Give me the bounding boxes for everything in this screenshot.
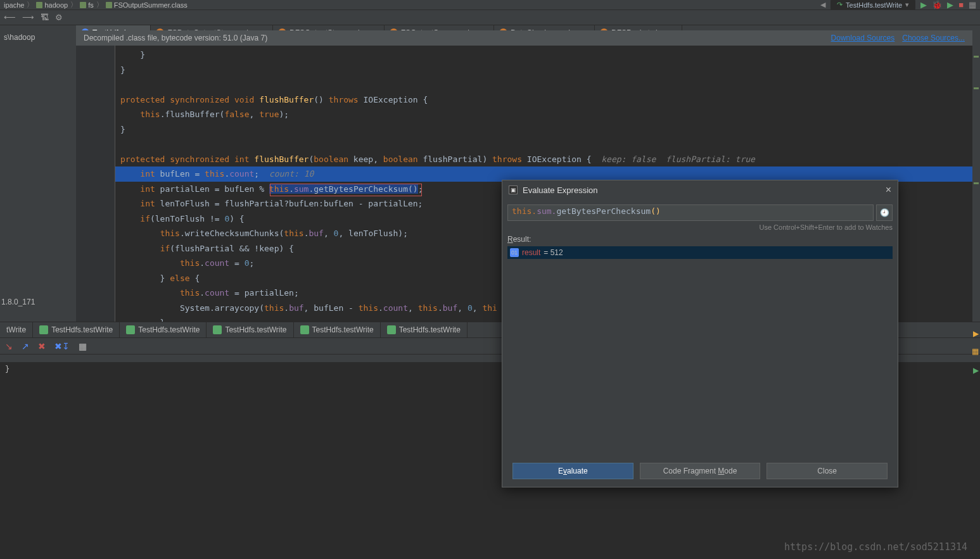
- result-label: Result:: [507, 235, 893, 244]
- crumb[interactable]: ipache: [4, 1, 24, 9]
- eval-expr-icon[interactable]: ▦: [79, 341, 87, 351]
- watermark: https://blog.csdn.net/sod5211314: [784, 541, 967, 553]
- chevron-right-icon: 〉: [70, 0, 77, 9]
- chevron-right-icon: 〉: [27, 0, 34, 9]
- step-over-icon[interactable]: ↘: [5, 341, 13, 351]
- show-options-icon[interactable]: ⚙: [55, 13, 63, 22]
- folder-icon: [36, 2, 42, 8]
- evaluate-button[interactable]: Evaluate: [512, 463, 633, 479]
- history-icon: 🕘: [880, 208, 889, 217]
- run-tab-icon: [387, 325, 396, 334]
- run-tab-label: TestHdfs.testWrite: [312, 325, 374, 334]
- run-tab[interactable]: TestHdfs.testWrite: [294, 322, 381, 337]
- close-button[interactable]: Close: [767, 463, 888, 479]
- expr-field: sum.: [537, 206, 556, 216]
- evaluate-expression-popup: ▣ Evaluate Expression × this.sum.getByte…: [502, 180, 898, 487]
- chevron-right-icon: 〉: [96, 0, 103, 9]
- chevron-down-icon: ▾: [905, 1, 909, 9]
- expr-par: (): [651, 206, 661, 216]
- debug-button[interactable]: 🐞: [932, 0, 942, 9]
- run-tab[interactable]: TestHdfs.testWrite: [33, 322, 120, 337]
- popup-title: Evaluate Expression: [523, 185, 598, 195]
- forward-icon[interactable]: ⟶: [22, 13, 34, 22]
- sidebar-path[interactable]: s\hadoop: [4, 33, 72, 42]
- download-sources-link[interactable]: Download Sources: [831, 34, 895, 42]
- inline-hint-count: count: 10: [269, 169, 314, 179]
- banner-text: Decompiled .class file, bytecode version…: [84, 34, 267, 42]
- gutter[interactable]: [76, 46, 115, 330]
- result-name: result: [522, 248, 540, 257]
- run-tab-label: TestHdfs.testWrite: [225, 325, 286, 334]
- expression-input[interactable]: this.sum.getBytesPerChecksum(): [507, 204, 874, 221]
- crumb[interactable]: fs: [88, 1, 94, 9]
- run-config-label: TestHdfs.testWrite: [846, 1, 902, 9]
- back-icon[interactable]: ⟵: [4, 13, 16, 22]
- project-sidebar[interactable]: s\hadoop: [0, 30, 76, 322]
- popup-icon: ▣: [509, 185, 518, 194]
- run-tab-icon: [300, 325, 309, 334]
- crumb[interactable]: FSOutputSummer.class: [114, 1, 188, 9]
- run-tab[interactable]: TestHdfs.testWrite: [381, 322, 468, 337]
- hierarchy-icon[interactable]: 🏗: [41, 13, 49, 22]
- history-button[interactable]: 🕘: [876, 204, 893, 221]
- expr-this: this.: [512, 206, 537, 216]
- inline-hint-params: keep: false flushPartial: true: [601, 154, 755, 164]
- result-type-icon: 01: [510, 248, 519, 257]
- step-into-icon[interactable]: ↗: [22, 341, 29, 351]
- run-tab-label: TestHdfs.testWrite: [51, 325, 113, 334]
- run-tab[interactable]: tWrite: [0, 322, 33, 337]
- run-tab-icon: [126, 325, 135, 334]
- choose-sources-link[interactable]: Choose Sources...: [902, 34, 965, 42]
- result-value: = 512: [544, 248, 563, 257]
- expr-method: getBytesPerChecksum: [556, 206, 651, 216]
- force-step-icon[interactable]: ✖: [38, 341, 46, 351]
- run-button[interactable]: ▶: [920, 0, 927, 9]
- crumb[interactable]: hadoop: [44, 1, 68, 9]
- watches-hint: Use Control+Shift+Enter to add to Watche…: [507, 223, 893, 231]
- run-tab[interactable]: TestHdfs.testWrite: [207, 322, 293, 337]
- navigation-toolbar: ⟵ ⟶ 🏗 ⚙: [0, 10, 980, 25]
- run-tab-label: tWrite: [6, 325, 26, 334]
- tool-icon[interactable]: ▶: [973, 329, 979, 338]
- prev-icon[interactable]: ◀: [820, 1, 825, 9]
- run-tab-icon: [213, 325, 222, 334]
- tool-icon[interactable]: ▦: [972, 347, 979, 356]
- sidebar-jdk-label: 1.8.0_171: [1, 298, 35, 306]
- tool-icon[interactable]: ▶: [973, 366, 979, 375]
- stop-button[interactable]: ■: [958, 0, 964, 9]
- close-icon[interactable]: ×: [886, 184, 891, 196]
- result-row[interactable]: 01 result = 512: [507, 246, 893, 259]
- run-tab-label: TestHdfs.testWrite: [138, 325, 200, 334]
- class-icon: [106, 2, 112, 8]
- code-fragment-mode-button[interactable]: Code Fragment Mode: [640, 463, 761, 479]
- run-arrow-icon: ↷: [837, 1, 843, 9]
- title-bar: ipache 〉 hadoop 〉 fs 〉 FSOutputSummer.cl…: [0, 0, 980, 10]
- run-tab[interactable]: TestHdfs.testWrite: [120, 322, 207, 337]
- run-tab-label: TestHdfs.testWrite: [399, 325, 461, 334]
- run-config-selector[interactable]: ↷ TestHdfs.testWrite ▾: [830, 0, 915, 10]
- folder-icon: [80, 2, 86, 8]
- layout-icon[interactable]: ▦: [969, 0, 976, 9]
- coverage-button[interactable]: ▶: [947, 0, 953, 9]
- console-prompt: }: [5, 365, 10, 374]
- error-stripe[interactable]: [972, 30, 980, 322]
- decompiled-banner: Decompiled .class file, bytecode version…: [76, 30, 972, 46]
- popup-title-bar[interactable]: ▣ Evaluate Expression ×: [502, 180, 898, 199]
- result-tree[interactable]: 01 result = 512: [507, 246, 893, 455]
- run-tab-icon: [39, 325, 48, 334]
- step-out-icon[interactable]: ✖↧: [54, 341, 70, 351]
